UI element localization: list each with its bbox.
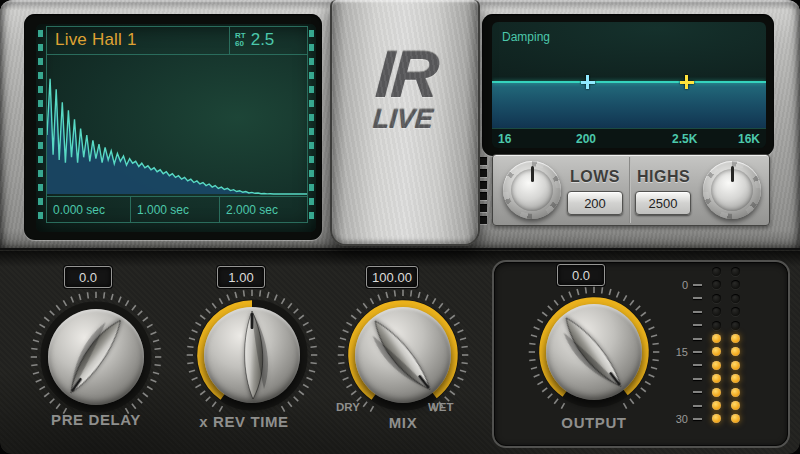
- rev-time-knob[interactable]: [186, 289, 318, 421]
- knob-pointer: [204, 307, 300, 403]
- output-level-meter: 01530: [668, 264, 754, 434]
- freq-axis-label: 2.5K: [672, 132, 697, 146]
- logo-tab: IR LIVE: [330, 0, 480, 246]
- meter-scale-label: 15: [668, 346, 688, 358]
- impulse-response-graph: [47, 55, 307, 196]
- freq-axis-label: 16: [498, 132, 511, 146]
- display-header: Live Hall 1 RT 60 2.5: [47, 27, 307, 55]
- lows-label: LOWS: [570, 168, 620, 186]
- meter-led: [731, 361, 740, 370]
- highs-value-button[interactable]: 2500: [635, 191, 691, 215]
- meter-tick: [693, 391, 702, 393]
- meter-led: [731, 414, 740, 423]
- time-axis-label: 0.000 sec: [47, 197, 130, 222]
- highs-label: HIGHS: [637, 168, 690, 186]
- time-axis-label: 1.000 sec: [130, 197, 219, 222]
- rt60-value: 2.5: [251, 30, 275, 50]
- meter-tick: [693, 297, 702, 299]
- output-value[interactable]: 0.0: [557, 264, 605, 286]
- rt60-label-bottom: 60: [235, 40, 246, 48]
- damping-title: Damping: [502, 30, 550, 44]
- meter-led: [731, 307, 740, 316]
- mix-label: MIX: [343, 414, 463, 431]
- output-knob[interactable]: [528, 286, 660, 418]
- freq-axis-label: 16K: [738, 132, 760, 146]
- meter-tick: [693, 351, 702, 353]
- meter-tick: [693, 284, 702, 286]
- time-axis-label: 2.000 sec: [219, 197, 307, 222]
- meter-led: [712, 280, 721, 289]
- meter-led: [712, 414, 721, 423]
- panel-divider: [629, 157, 631, 223]
- meter-led: [731, 294, 740, 303]
- impulse-display-content: Live Hall 1 RT 60 2.5 0.000 sec 1.000 se…: [46, 26, 308, 223]
- mix-value[interactable]: 100.00: [366, 266, 418, 288]
- meter-tick: [693, 364, 702, 366]
- meter-led: [731, 401, 740, 410]
- time-axis: 0.000 sec 1.000 sec 2.000 sec: [47, 196, 307, 222]
- damping-graph-fill: [492, 83, 766, 128]
- freq-axis-label: 200: [576, 132, 596, 146]
- meter-led: [731, 347, 740, 356]
- meter-tick: [693, 338, 702, 340]
- meter-led: [731, 388, 740, 397]
- ir-live-plugin-window: Live Hall 1 RT 60 2.5 0.000 sec 1.000 se…: [0, 0, 800, 454]
- pre-delay-value[interactable]: 0.0: [64, 266, 112, 288]
- meter-led: [712, 374, 721, 383]
- plugin-logo: IR LIVE: [329, 44, 481, 132]
- meter-scale-label: 0: [668, 279, 688, 291]
- high-damping-marker[interactable]: [680, 75, 694, 89]
- meter-led: [731, 374, 740, 383]
- meter-led: [712, 401, 721, 410]
- meter-led: [712, 334, 721, 343]
- rev-time-value[interactable]: 1.00: [217, 266, 265, 288]
- meter-led: [731, 321, 740, 330]
- damping-display-screen: Damping 16 200 2.5K 16K: [492, 22, 766, 148]
- lows-knob-cap: [511, 169, 553, 211]
- impulse-waveform: [47, 55, 307, 196]
- meter-tick: [693, 405, 702, 407]
- meter-led: [731, 267, 740, 276]
- pre-delay-knob[interactable]: [30, 291, 162, 423]
- highs-knob-cap: [711, 169, 753, 211]
- right-dash-strip: [309, 30, 314, 226]
- rt60-readout: RT 60 2.5: [229, 27, 307, 54]
- lows-knob-pointer: [531, 166, 534, 182]
- meter-led: [712, 307, 721, 316]
- rev-time-label: x REV TIME: [184, 413, 304, 430]
- mix-wet-label: WET: [428, 401, 454, 413]
- meter-led: [712, 347, 721, 356]
- damping-freq-axis: 16 200 2.5K 16K: [492, 128, 766, 148]
- meter-led: [712, 294, 721, 303]
- left-dash-strip: [38, 30, 43, 226]
- meter-led: [712, 388, 721, 397]
- meter-led: [712, 321, 721, 330]
- highs-knob[interactable]: [703, 161, 761, 219]
- meter-tick: [693, 324, 702, 326]
- lows-value-button[interactable]: 200: [567, 191, 623, 215]
- meter-tick: [693, 418, 702, 420]
- mix-dry-label: DRY: [336, 401, 360, 413]
- damping-curve-line: [492, 81, 766, 83]
- meter-tick: [693, 311, 702, 313]
- logo-live-text: LIVE: [329, 106, 477, 132]
- meter-scale-label: 30: [668, 413, 688, 425]
- pre-delay-label: PRE DELAY: [36, 411, 156, 428]
- preset-name[interactable]: Live Hall 1: [47, 27, 229, 54]
- meter-led: [731, 334, 740, 343]
- low-damping-marker[interactable]: [581, 75, 595, 89]
- lows-knob[interactable]: [503, 161, 561, 219]
- damping-controls-panel: LOWS 200 HIGHS 2500: [492, 154, 770, 226]
- meter-led: [712, 361, 721, 370]
- impulse-display-screen: Live Hall 1 RT 60 2.5 0.000 sec 1.000 se…: [36, 24, 316, 232]
- highs-knob-pointer: [731, 166, 734, 182]
- logo-ir-text: IR: [331, 44, 481, 104]
- meter-tick: [693, 378, 702, 380]
- output-label: OUTPUT: [534, 414, 654, 431]
- meter-led: [712, 267, 721, 276]
- meter-led: [731, 280, 740, 289]
